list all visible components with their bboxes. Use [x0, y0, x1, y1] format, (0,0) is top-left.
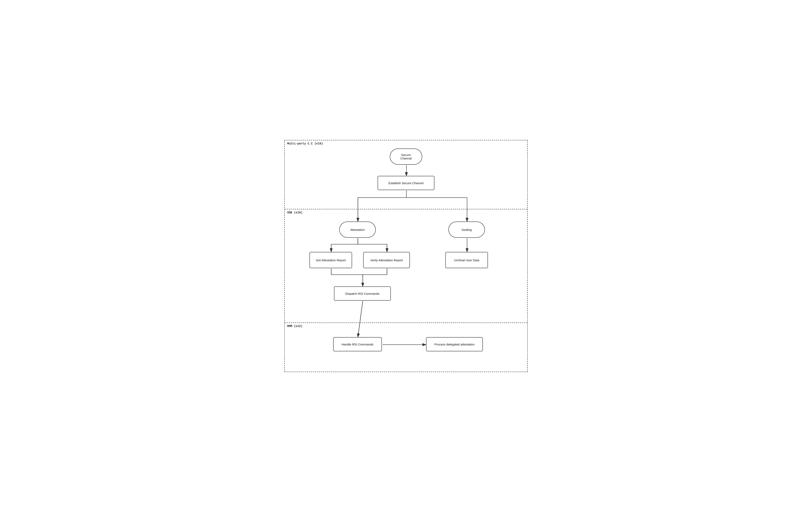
establish-label: Establish Secure Channel — [388, 181, 424, 185]
sealing-label: Sealing — [462, 228, 472, 231]
secure-channal-label: SecureChannal — [400, 153, 412, 160]
section-multiparty-label: Multi-party C.C (el0) — [287, 142, 323, 145]
process-label: Process delegated attestation — [434, 343, 474, 346]
section-sdk-label: SDK (el0) — [287, 211, 302, 214]
get-attestation-report-node: Get Attestation Report — [310, 252, 352, 268]
process-delegated-attestation-node: Process delegated attestation — [426, 337, 483, 351]
verity-attestation-report-node: Verity Attestation Report — [363, 252, 410, 268]
establish-secure-channel-node: Establish Secure Channel — [378, 176, 434, 190]
section-rmm: RMM (el2) Handle RSI Commands Process de… — [285, 323, 527, 372]
verity-attestation-label: Verity Attestation Report — [370, 258, 403, 262]
diagram-container: Multi-party C.C (el0) SecureChannal Esta… — [284, 140, 528, 372]
dispatch-label: Dispatch RSI Commands — [345, 292, 379, 295]
section-multiparty: Multi-party C.C (el0) SecureChannal Esta… — [285, 140, 527, 209]
get-attestation-label: Get Attestation Report — [316, 258, 346, 262]
attestation-label: Attestation — [350, 228, 365, 231]
section-sdk: SDK (el0) Attestation Sealing Get Attest… — [285, 209, 527, 323]
handle-rsi-commands-node: Handle RSI Commands — [333, 337, 382, 351]
handle-label: Handle RSI Commands — [342, 343, 374, 346]
section-rmm-label: RMM (el2) — [287, 324, 302, 328]
unseal-user-data-node: Un/Seal User Data — [445, 252, 488, 268]
sealing-node: Sealing — [448, 222, 485, 238]
secure-channal-node: SecureChannal — [390, 148, 422, 165]
dispatch-rsi-commands-node: Dispatch RSI Commands — [334, 286, 391, 301]
unseal-label: Un/Seal User Data — [454, 258, 479, 262]
attestation-node: Attestation — [339, 222, 376, 238]
